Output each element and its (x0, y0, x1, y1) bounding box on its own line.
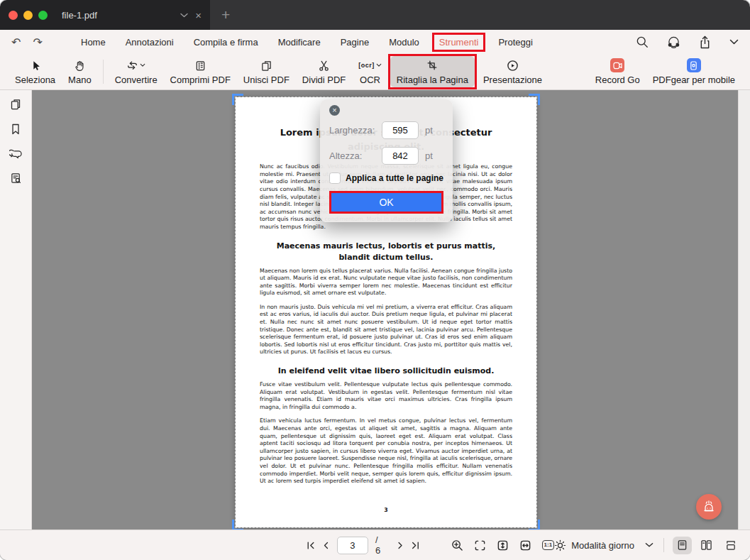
chevron-down-icon (376, 63, 382, 67)
record-go-icon (610, 58, 624, 72)
comments-icon[interactable] (9, 148, 23, 160)
width-input[interactable] (382, 121, 419, 139)
minimize-window-button[interactable] (23, 11, 33, 20)
view-mode-select[interactable]: Modalità giorno (554, 539, 654, 551)
fit-width-icon[interactable] (519, 539, 531, 551)
merge-icon (260, 60, 272, 72)
actual-size-icon[interactable]: 1:1 (542, 540, 555, 550)
convert-button[interactable]: Convertire (109, 56, 164, 87)
height-unit: pt (425, 150, 433, 161)
titlebar: file-1.pdf × + (0, 0, 750, 30)
doc-paragraph: In non mauris justo. Duis vehicula mi ve… (260, 304, 512, 356)
width-label: Larghezza: (329, 125, 382, 136)
menubar: ↶ ↷ Home Annotazioni Compila e firma Mod… (0, 30, 750, 54)
toolbar: Seleziona Mano Convertire Comprimi PDF U… (0, 54, 750, 90)
menu-items: Home Annotazioni Compila e firma Modific… (71, 33, 543, 52)
search-icon[interactable] (636, 35, 649, 48)
merge-pdf-button[interactable]: Unisci PDF (237, 56, 296, 87)
search-document-icon[interactable] (10, 172, 22, 185)
doc-heading-3: In eleifend velit vitae libero sollicitu… (275, 366, 497, 377)
next-page-icon[interactable] (397, 541, 404, 550)
ocr-icon: [ocr] (358, 62, 375, 69)
menu-compila-e-firma[interactable]: Compila e firma (184, 33, 268, 52)
doc-paragraph: Fusce vitae vestibulum velit. Pellentesq… (260, 381, 512, 411)
ai-assistant-button[interactable] (696, 494, 722, 520)
menu-pagine[interactable]: Pagine (331, 33, 379, 52)
height-input[interactable] (382, 147, 419, 165)
continuous-scroll-view-button[interactable] (721, 537, 740, 554)
apply-all-label: Applica a tutte le pagine (346, 173, 443, 183)
compress-pdf-button[interactable]: Comprimi PDF (164, 56, 237, 87)
tab-title: file-1.pdf (62, 10, 180, 21)
hand-tool-button[interactable]: Mano (62, 56, 98, 87)
collapse-ribbon-chevron-icon[interactable] (729, 39, 739, 45)
menu-strumenti[interactable]: Strumenti (432, 33, 486, 52)
close-window-button[interactable] (9, 11, 18, 20)
menu-modificare[interactable]: Modificare (268, 33, 331, 52)
fit-height-icon[interactable] (497, 539, 509, 551)
first-page-icon[interactable] (307, 541, 315, 550)
split-pdf-button[interactable]: Dividi PDF (296, 56, 352, 87)
zoom-window-button[interactable] (38, 11, 48, 20)
document-canvas[interactable]: Lorem ipsum dolor sit amet, consectetur … (32, 90, 738, 529)
menu-home[interactable]: Home (71, 33, 116, 52)
support-headset-icon[interactable] (667, 35, 680, 49)
vertical-scrollbar[interactable] (738, 90, 750, 529)
play-circle-icon (507, 60, 519, 72)
crop-handle-bottom-right[interactable] (529, 520, 540, 529)
previous-page-icon[interactable] (322, 541, 330, 550)
crop-handle-top-left[interactable] (232, 94, 243, 105)
chevron-down-icon (645, 542, 654, 548)
height-label: Altezza: (329, 150, 382, 161)
width-unit: pt (425, 125, 433, 136)
zoom-controls: 1:1 (451, 539, 555, 551)
document-tab[interactable]: file-1.pdf × (0, 0, 210, 30)
bookmarks-icon[interactable] (10, 123, 21, 136)
single-page-icon (677, 539, 688, 551)
crop-page-button[interactable]: Ritaglia la Pagina (390, 56, 475, 87)
page-number-input[interactable] (337, 537, 368, 554)
last-page-icon[interactable] (411, 541, 419, 550)
crop-icon (426, 60, 438, 71)
page-total: / 6 (375, 534, 390, 556)
new-tab-button[interactable]: + (221, 6, 230, 23)
zoom-in-icon[interactable] (451, 539, 463, 551)
continuous-scroll-icon (725, 539, 737, 551)
app-window: file-1.pdf × + ↶ ↷ Home Annotazioni Comp… (0, 0, 750, 560)
redo-icon[interactable]: ↷ (33, 35, 42, 49)
cursor-icon (30, 60, 41, 72)
menu-annotazioni[interactable]: Annotazioni (116, 33, 184, 52)
convert-icon (126, 60, 138, 71)
doc-paragraph: Etiam vehicula luctus fermentum. In vel … (260, 417, 512, 485)
menu-modulo[interactable]: Modulo (379, 33, 429, 52)
select-tool-button[interactable]: Seleziona (9, 56, 62, 87)
fit-page-icon[interactable] (474, 539, 486, 551)
ocr-button[interactable]: [ocr] OCR (352, 56, 388, 87)
apply-all-checkbox[interactable] (329, 172, 341, 184)
single-page-view-button[interactable] (673, 537, 692, 554)
menu-proteggi[interactable]: Proteggi (488, 33, 542, 52)
presentation-button[interactable]: Presentazione (477, 56, 548, 87)
tab-close-icon[interactable]: × (195, 10, 202, 21)
page-thumbnails-icon[interactable] (9, 98, 22, 111)
compress-icon (194, 60, 206, 72)
two-page-view-button[interactable] (697, 537, 716, 554)
chevron-down-icon (140, 63, 145, 67)
toolbar-divider (103, 60, 104, 84)
crop-handle-top-right[interactable] (529, 94, 540, 105)
left-sidebar (0, 90, 32, 529)
tab-chevron-down-icon[interactable] (180, 13, 188, 18)
traffic-lights (9, 11, 48, 20)
crop-handle-bottom-left[interactable] (232, 520, 243, 529)
undo-icon[interactable]: ↶ (11, 35, 21, 49)
annotation-highlight-ok: OK (329, 191, 443, 214)
doc-heading-2: Maecenas mauris lectus, lobortis et puru… (275, 241, 497, 263)
mobile-phone-icon (687, 58, 701, 72)
record-go-button[interactable]: Record Go (589, 56, 646, 87)
dialog-close-icon[interactable]: × (329, 105, 340, 116)
statusbar-divider (663, 538, 664, 552)
page-navigation: / 6 (307, 534, 420, 556)
pdfgear-mobile-button[interactable]: PDFgear per mobile (646, 56, 741, 87)
share-icon[interactable] (699, 35, 711, 49)
ok-button[interactable]: OK (331, 193, 441, 212)
